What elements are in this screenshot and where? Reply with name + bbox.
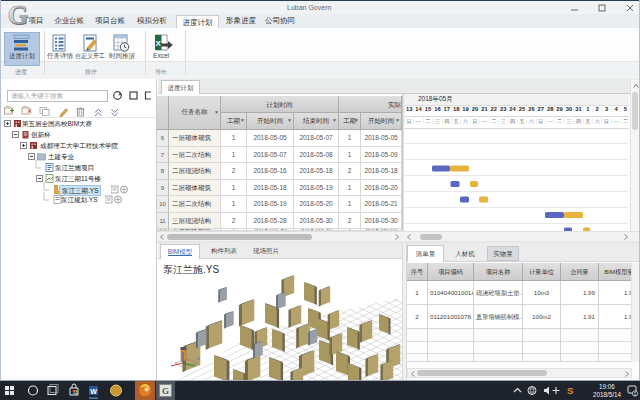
svg-text:S: S (567, 385, 573, 396)
svg-text:W: W (90, 388, 97, 395)
svg-text:2018/5/14: 2018/5/14 (593, 391, 622, 398)
svg-text:19:06: 19:06 (599, 383, 615, 390)
svg-text:X: X (156, 39, 162, 48)
svg-text:1: 1 (634, 391, 637, 397)
svg-text:G: G (162, 386, 169, 396)
